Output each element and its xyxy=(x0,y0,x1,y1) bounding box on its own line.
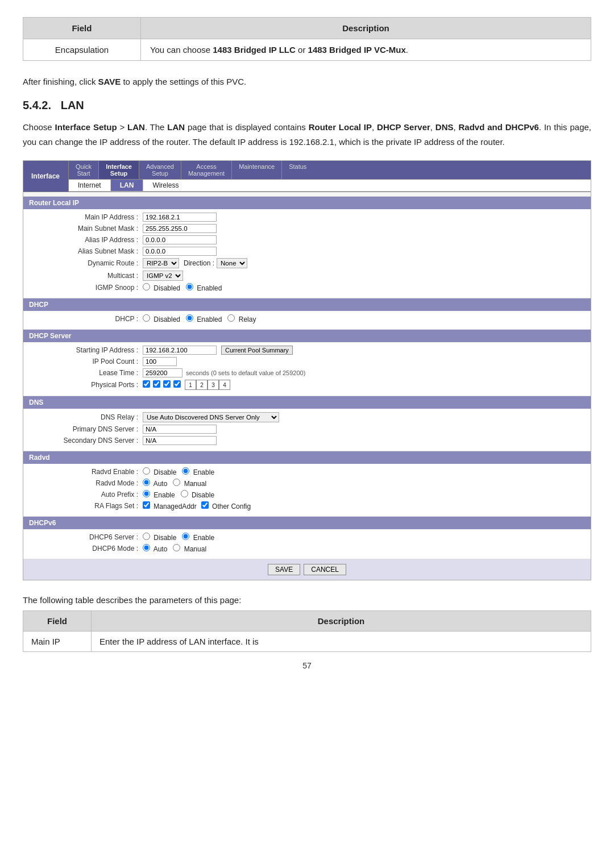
nav-status[interactable]: Status xyxy=(282,161,313,179)
ip-pool-input[interactable] xyxy=(143,357,177,366)
port4-label[interactable] xyxy=(173,380,182,389)
secondary-dns-input[interactable] xyxy=(143,436,217,445)
dhcp-disabled-option[interactable]: Disabled xyxy=(143,314,180,323)
sub-nav-internet[interactable]: Internet xyxy=(69,180,111,191)
radvd-disable-option[interactable]: Disable xyxy=(143,467,176,476)
dhcp6-auto-option[interactable]: Auto xyxy=(143,544,167,553)
lease-time-label: Lease Time : xyxy=(29,369,143,377)
dhcp6-disable-radio[interactable] xyxy=(143,533,150,540)
radvd-disable-radio[interactable] xyxy=(143,467,150,475)
secondary-dns-label: Secondary DNS Server : xyxy=(29,437,143,445)
other-config-checkbox[interactable] xyxy=(201,501,209,509)
starting-ip-label: Starting IP Address : xyxy=(29,346,143,354)
sub-nav-wireless[interactable]: Wireless xyxy=(143,180,188,191)
radvd-auto-option[interactable]: Auto xyxy=(143,479,167,488)
radvd-body: Radvd Enable : Disable Enable Radvd Mode… xyxy=(23,464,591,517)
dhcp6-mode-label: DHCP6 Mode : xyxy=(29,545,143,553)
dhcpv6-header: DHCPv6 xyxy=(23,517,591,529)
dhcp-disabled-radio[interactable] xyxy=(143,314,150,322)
physical-ports-label: Physical Ports : xyxy=(29,381,143,389)
starting-ip-row: Starting IP Address : Current Pool Summa… xyxy=(29,346,585,355)
dhcp-enabled-option[interactable]: Enabled xyxy=(186,314,222,323)
igmp-snoop-label: IGMP Snoop : xyxy=(29,284,143,292)
dhcp6-enable-option[interactable]: Enable xyxy=(182,533,214,542)
sub-nav-lan[interactable]: LAN xyxy=(111,180,144,191)
physical-ports-row: Physical Ports : 1 2 3 4 xyxy=(29,380,585,390)
port1-checkbox[interactable] xyxy=(143,380,150,388)
port2-checkbox[interactable] xyxy=(153,380,160,388)
dhcp-enabled-radio[interactable] xyxy=(186,314,193,322)
igmp-disabled-option[interactable]: Disabled xyxy=(143,283,180,292)
desc-bold1: 1483 Bridged IP LLC xyxy=(213,45,296,55)
starting-ip-input[interactable] xyxy=(143,346,217,355)
radvd-enable-radio[interactable] xyxy=(182,467,189,475)
igmp-enabled-option[interactable]: Enabled xyxy=(186,283,222,292)
current-pool-button[interactable]: Current Pool Summary xyxy=(221,346,293,355)
multicast-row: Multicast : IGMP v2 IGMP v1 Disabled xyxy=(29,271,585,281)
lease-note: seconds (0 sets to default value of 2592… xyxy=(186,369,305,376)
intro-paragraph: Choose Interface Setup > LAN. The LAN pa… xyxy=(23,120,591,149)
nav-advanced-setup[interactable]: AdvancedSetup xyxy=(139,161,181,179)
nav-interface-setup[interactable]: InterfaceSetup xyxy=(99,161,139,179)
dns-relay-select[interactable]: Use Auto Discovered DNS Server Only Use … xyxy=(143,412,279,422)
dhcp6-server-label: DHCP6 Server : xyxy=(29,533,143,541)
port3-label[interactable] xyxy=(163,380,172,389)
encapsulation-field: Encapsulation xyxy=(23,39,141,61)
ip-pool-label: IP Pool Count : xyxy=(29,358,143,366)
main-ip-description: Enter the IP address of LAN interface. I… xyxy=(92,632,591,652)
dhcp6-enable-radio[interactable] xyxy=(182,533,189,540)
dynamic-route-select[interactable]: RIP2-B None xyxy=(143,258,179,268)
radvd-auto-radio[interactable] xyxy=(143,479,150,486)
main-subnet-row: Main Subnet Mask : xyxy=(29,224,585,233)
radvd-manual-radio[interactable] xyxy=(173,479,180,486)
save-button[interactable]: SAVE xyxy=(268,564,300,575)
dhcp6-manual-radio[interactable] xyxy=(173,544,180,551)
auto-prefix-disable-radio[interactable] xyxy=(181,490,188,497)
auto-prefix-enable-radio[interactable] xyxy=(143,490,150,497)
igmp-disabled-radio[interactable] xyxy=(143,283,150,290)
alias-subnet-input[interactable] xyxy=(143,247,217,256)
nav-maintenance[interactable]: Maintenance xyxy=(232,161,282,179)
main-ip-input[interactable] xyxy=(143,213,217,222)
nav-access-management[interactable]: AccessManagement xyxy=(181,161,232,179)
radvd-manual-option[interactable]: Manual xyxy=(173,479,206,488)
bottom-table: Field Description Main IP Enter the IP a… xyxy=(23,610,591,652)
table-row: Encapsulation You can choose 1483 Bridge… xyxy=(23,39,591,61)
main-ip-field: Main IP xyxy=(23,632,92,652)
auto-prefix-row: Auto Prefix : Enable Disable xyxy=(29,490,585,499)
igmp-snoop-row: IGMP Snoop : Disabled Enabled xyxy=(29,283,585,292)
dhcp-server-header: DHCP Server xyxy=(23,330,591,342)
dhcp6-manual-option[interactable]: Manual xyxy=(173,544,206,553)
alias-ip-row: Alias IP Address : xyxy=(29,235,585,244)
radvd-enable-option[interactable]: Enable xyxy=(182,467,214,476)
dhcp-row: DHCP : Disabled Enabled Relay xyxy=(29,314,585,323)
dhcp6-disable-option[interactable]: Disable xyxy=(143,533,176,542)
auto-prefix-enable-option[interactable]: Enable xyxy=(143,490,175,499)
igmp-enabled-radio[interactable] xyxy=(186,283,193,290)
managed-addr-checkbox[interactable] xyxy=(143,501,150,509)
port2-label[interactable] xyxy=(153,380,162,389)
top-table-desc-header: Description xyxy=(140,18,591,39)
dhcp-relay-option[interactable]: Relay xyxy=(227,314,256,323)
nav-quick-start[interactable]: QuickStart xyxy=(69,161,99,179)
section-heading: 5.4.2. LAN xyxy=(23,99,591,112)
lease-time-row: Lease Time : seconds (0 sets to default … xyxy=(29,368,585,377)
port4-checkbox[interactable] xyxy=(173,380,181,388)
direction-select[interactable]: None Both xyxy=(217,258,247,268)
dns-relay-label: DNS Relay : xyxy=(29,413,143,421)
main-subnet-input[interactable] xyxy=(143,224,217,233)
dhcp6-auto-radio[interactable] xyxy=(143,544,150,551)
cancel-button[interactable]: CANCEL xyxy=(304,564,346,575)
radvd-mode-label: Radvd Mode : xyxy=(29,479,143,487)
auto-prefix-disable-option[interactable]: Disable xyxy=(181,490,214,499)
port1-label[interactable] xyxy=(143,380,152,389)
managed-addr-option[interactable]: ManagedAddr xyxy=(143,501,197,510)
alias-ip-input[interactable] xyxy=(143,235,217,244)
multicast-select[interactable]: IGMP v2 IGMP v1 Disabled xyxy=(143,271,183,281)
alias-subnet-row: Alias Subnet Mask : xyxy=(29,247,585,256)
dhcp-relay-radio[interactable] xyxy=(227,314,235,322)
primary-dns-input[interactable] xyxy=(143,425,217,434)
lease-time-input[interactable] xyxy=(143,368,182,377)
other-config-option[interactable]: Other Config xyxy=(201,501,251,510)
port3-checkbox[interactable] xyxy=(163,380,171,388)
